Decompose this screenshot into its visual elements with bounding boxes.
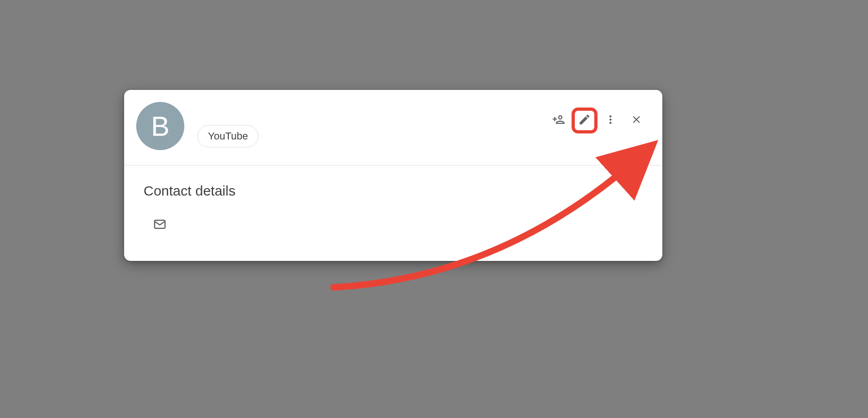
add-contact-button[interactable]	[548, 110, 569, 131]
person-add-icon	[552, 113, 565, 128]
close-icon	[630, 114, 642, 127]
pencil-icon	[578, 113, 591, 128]
label-chips-row: YouTube	[197, 102, 548, 150]
more-options-button[interactable]	[600, 110, 621, 131]
contact-header: B YouTube	[124, 90, 662, 165]
more-vert-icon	[604, 113, 617, 128]
contact-card: B YouTube	[124, 90, 662, 261]
email-icon	[153, 217, 167, 233]
avatar-initial: B	[151, 110, 170, 142]
header-actions	[548, 110, 647, 131]
edit-button[interactable]	[574, 110, 595, 131]
avatar[interactable]: B	[136, 102, 184, 150]
close-button[interactable]	[626, 110, 647, 131]
chip-label: YouTube	[208, 130, 248, 142]
email-row	[144, 217, 643, 233]
section-title: Contact details	[144, 183, 643, 199]
contact-details-section: Contact details	[124, 165, 662, 261]
source-chip[interactable]: YouTube	[197, 125, 258, 147]
